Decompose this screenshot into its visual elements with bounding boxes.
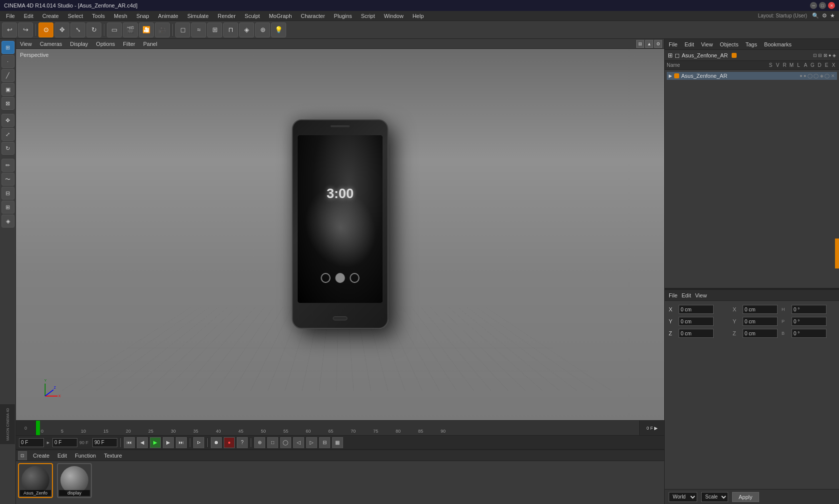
menu-window[interactable]: Window: [380, 12, 408, 20]
obj-panel-objects[interactable]: Objects: [718, 40, 740, 48]
obj-panel-bookmarks[interactable]: Bookmarks: [762, 40, 794, 48]
goto-end2-button[interactable]: ⊳: [193, 437, 204, 448]
tool-smooth[interactable]: ⊞: [1, 201, 14, 214]
mat-menu-function[interactable]: Function: [73, 452, 98, 460]
auto-key-button[interactable]: ●: [224, 437, 235, 448]
vp-layout-btn[interactable]: ⊞: [636, 40, 644, 48]
coord-y-size-input[interactable]: [743, 317, 778, 326]
coord-z-pos-input[interactable]: [679, 329, 714, 338]
apply-button[interactable]: Apply: [732, 492, 759, 502]
prev-frame-button[interactable]: ◀: [137, 437, 148, 448]
coord-x-size-input[interactable]: [743, 305, 778, 314]
coord-h-input[interactable]: [792, 305, 827, 314]
3d-viewport[interactable]: Perspective 3:00: [16, 49, 664, 420]
timeline-button[interactable]: ▦: [332, 437, 343, 448]
menu-tools[interactable]: Tools: [88, 12, 109, 20]
menu-mesh[interactable]: Mesh: [110, 12, 131, 20]
new-obj-button[interactable]: ▭: [107, 22, 122, 37]
menu-sculpt[interactable]: Sculpt: [241, 12, 264, 20]
obj-panel-tags[interactable]: Tags: [744, 40, 759, 48]
timeline-playhead[interactable]: [36, 421, 40, 435]
menu-select[interactable]: Select: [64, 12, 87, 20]
menu-snap[interactable]: Snap: [132, 12, 153, 20]
deformer-button[interactable]: ≈: [191, 22, 206, 37]
vp-menu-panel[interactable]: Panel: [141, 40, 159, 48]
coord-system-dropdown[interactable]: World Local Object: [669, 492, 697, 502]
field-button[interactable]: ◈: [239, 22, 254, 37]
motion-path-button[interactable]: ⊟: [319, 437, 330, 448]
menu-render[interactable]: Render: [214, 12, 240, 20]
frame-start-input[interactable]: [19, 438, 44, 447]
coord-p-input[interactable]: [792, 317, 827, 326]
redo-button[interactable]: ↪: [18, 22, 33, 37]
settings-icon[interactable]: ⚙: [822, 12, 829, 19]
vp-menu-options[interactable]: Options: [94, 40, 117, 48]
tool-pen[interactable]: ✏: [1, 159, 14, 172]
tool-poly[interactable]: ▣: [1, 83, 14, 96]
coord-z-size-input[interactable]: [743, 329, 778, 338]
tool-paint[interactable]: ⊟: [1, 187, 14, 200]
coord-y-pos-input[interactable]: [679, 317, 714, 326]
help-anim-button[interactable]: ?: [237, 437, 248, 448]
timeline[interactable]: 0 0 5 10 15 20 25 30 35 40 45 50 55 60: [16, 420, 664, 435]
frame-end-input[interactable]: [92, 438, 117, 447]
tool-rotate[interactable]: ↻: [1, 142, 14, 155]
key-sel-button[interactable]: ◯: [280, 437, 291, 448]
coord-mode-dropdown[interactable]: Scale Size: [701, 492, 728, 502]
material-swatch-asus[interactable]: Asus_Zenfo: [18, 463, 53, 498]
undo-button[interactable]: ↩: [2, 22, 17, 37]
tool-uv[interactable]: ⊠: [1, 97, 14, 110]
light-button[interactable]: 💡: [271, 22, 286, 37]
close-button[interactable]: ✕: [828, 2, 835, 9]
render-settings-button[interactable]: 🎥: [155, 22, 170, 37]
vp-settings-btn[interactable]: ⚙: [654, 40, 662, 48]
scale-button[interactable]: ⤡: [70, 22, 85, 37]
menu-help[interactable]: Help: [409, 12, 428, 20]
material-swatch-display[interactable]: display: [57, 463, 92, 498]
goto-end-button[interactable]: ⏭: [176, 437, 187, 448]
coords-view[interactable]: View: [693, 291, 709, 299]
tool-sculpt[interactable]: 〜: [1, 173, 14, 186]
obj-panel-file[interactable]: File: [667, 40, 680, 48]
tool-point[interactable]: ·: [1, 55, 14, 68]
brush-button[interactable]: ⊓: [223, 22, 238, 37]
obj-panel-view[interactable]: View: [699, 40, 715, 48]
menu-create[interactable]: Create: [38, 12, 63, 20]
mat-menu-texture[interactable]: Texture: [102, 452, 124, 460]
frame-current-input[interactable]: [52, 438, 77, 447]
menu-file[interactable]: File: [2, 12, 19, 20]
menu-simulate[interactable]: Simulate: [183, 12, 213, 20]
objects-list[interactable]: ▶ Asus_Zenfone_AR ● ● ◯ ◯ ◈ ◯ ✕: [665, 70, 839, 288]
render-view-button[interactable]: 🎬: [123, 22, 138, 37]
key-add-button[interactable]: ⊕: [254, 437, 265, 448]
tool-edge[interactable]: ╱: [1, 69, 14, 82]
maximize-button[interactable]: □: [819, 2, 826, 9]
move-button[interactable]: ✥: [54, 22, 69, 37]
menu-mograph[interactable]: MoGraph: [265, 12, 296, 20]
vp-up-btn[interactable]: ▲: [645, 40, 653, 48]
key-del-button[interactable]: □: [267, 437, 278, 448]
vp-menu-cameras[interactable]: Cameras: [38, 40, 64, 48]
mat-menu-edit[interactable]: Edit: [55, 452, 69, 460]
viewport-mode-button[interactable]: ⊞: [1, 41, 14, 54]
key-nav2-button[interactable]: ▷: [306, 437, 317, 448]
tool-scale[interactable]: ⤢: [1, 128, 14, 141]
minimize-button[interactable]: ─: [810, 2, 817, 9]
search-icon[interactable]: 🔍: [812, 12, 821, 19]
menu-edit[interactable]: Edit: [20, 12, 37, 20]
menu-plugins[interactable]: Plugins: [330, 12, 356, 20]
mat-menu-create[interactable]: Create: [31, 452, 51, 460]
play-button[interactable]: ▶: [150, 437, 161, 448]
coords-file[interactable]: File: [667, 291, 680, 299]
vp-menu-display[interactable]: Display: [68, 40, 90, 48]
coord-x-pos-input[interactable]: [679, 305, 714, 314]
tool-move[interactable]: ✥: [1, 114, 14, 127]
coord-b-input[interactable]: [792, 329, 827, 338]
menu-character[interactable]: Character: [297, 12, 329, 20]
menu-script[interactable]: Script: [357, 12, 379, 20]
vp-menu-filter[interactable]: Filter: [121, 40, 137, 48]
obj-panel-edit[interactable]: Edit: [683, 40, 696, 48]
coords-edit[interactable]: Edit: [680, 291, 693, 299]
stereo-button[interactable]: ⊕: [255, 22, 270, 37]
rotate-button[interactable]: ↻: [86, 22, 101, 37]
